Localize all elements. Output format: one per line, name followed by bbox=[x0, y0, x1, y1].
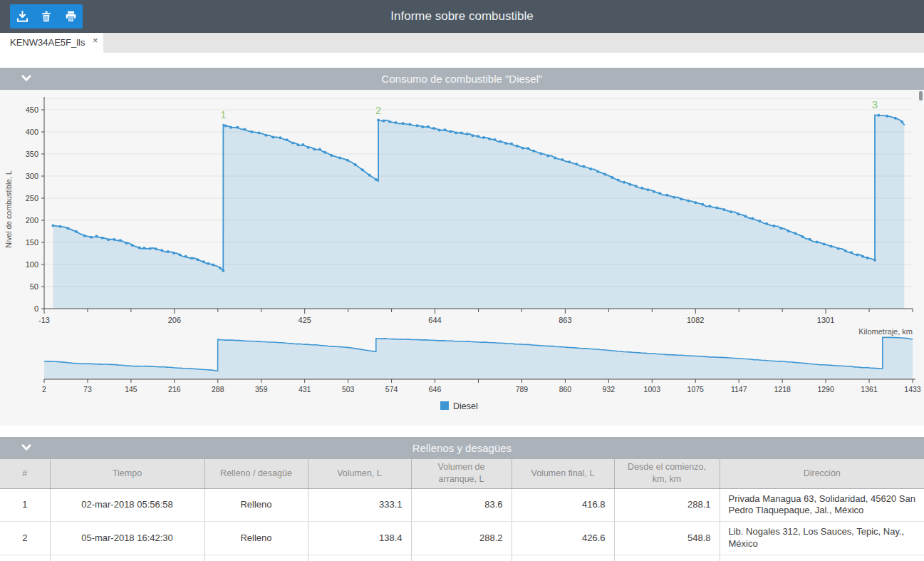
legend-label: Diesel bbox=[453, 401, 478, 411]
table-cell: Privada Managua 63, Solidaridad, 45620 S… bbox=[720, 488, 924, 522]
refills-table: #TiempoRelleno / desagüeVolumen, LVolume… bbox=[0, 459, 924, 561]
fuel-level-chart[interactable]: 050100150200250300350400450-132064256448… bbox=[0, 90, 924, 426]
table-cell: Chapala - Guadalajara 450, Jalisco, Méxi… bbox=[720, 555, 924, 561]
svg-text:0: 0 bbox=[34, 304, 38, 313]
report-tabstrip: KENW34AE5F_lls × bbox=[0, 33, 924, 53]
table-cell: 288.1 bbox=[614, 488, 720, 522]
svg-text:359: 359 bbox=[255, 385, 268, 393]
svg-text:250: 250 bbox=[26, 194, 38, 202]
svg-text:503: 503 bbox=[342, 385, 355, 393]
table-cell: Relleno bbox=[204, 522, 308, 555]
svg-text:Kilometraje, km: Kilometraje, km bbox=[858, 327, 913, 336]
svg-text:425: 425 bbox=[299, 316, 311, 324]
table-cell: 438.2 bbox=[512, 555, 614, 561]
column-header: Dirección bbox=[720, 459, 924, 488]
table-cell: 83.6 bbox=[411, 488, 512, 522]
table-cell: 426.6 bbox=[512, 522, 614, 555]
section-title-consumption: Consumo de combustible "Diesel" bbox=[0, 68, 924, 90]
table-cell: 333.1 bbox=[308, 488, 411, 522]
table-cell: 548.8 bbox=[614, 522, 720, 555]
table-cell: Relleno bbox=[204, 555, 308, 561]
table-cell: 08-mar-2018 20:27:31 bbox=[50, 555, 204, 561]
svg-text:145: 145 bbox=[125, 385, 137, 393]
svg-text:1003: 1003 bbox=[644, 385, 661, 393]
chevron-down-icon[interactable] bbox=[21, 75, 31, 82]
table-cell: 02-mar-2018 05:56:58 bbox=[50, 488, 204, 522]
tab-close-icon[interactable]: × bbox=[93, 31, 98, 51]
table-cell: 1383.5 bbox=[614, 555, 720, 561]
table-cell: 416.8 bbox=[512, 488, 614, 522]
svg-text:200: 200 bbox=[26, 216, 38, 225]
svg-text:150: 150 bbox=[26, 238, 38, 247]
svg-text:350: 350 bbox=[26, 150, 38, 158]
report-title-bar: Informe sobre combustible bbox=[0, 0, 924, 33]
tab-kenw34ae5f-lls[interactable]: KENW34AE5F_lls × bbox=[0, 33, 103, 53]
legend-swatch bbox=[440, 401, 449, 410]
svg-text:932: 932 bbox=[603, 385, 616, 393]
svg-text:1147: 1147 bbox=[731, 385, 747, 393]
table-cell: 2 bbox=[0, 522, 50, 555]
svg-text:206: 206 bbox=[168, 316, 181, 324]
page-title: Informe sobre combustible bbox=[0, 0, 924, 33]
table-header-row: #TiempoRelleno / desagüeVolumen, LVolume… bbox=[0, 459, 924, 488]
svg-text:863: 863 bbox=[559, 316, 571, 324]
table-cell: 05-mar-2018 16:42:30 bbox=[50, 522, 204, 555]
svg-text:2: 2 bbox=[42, 385, 46, 393]
svg-text:1290: 1290 bbox=[817, 385, 834, 393]
main-chart[interactable]: 050100150200250300350400450-132064256448… bbox=[4, 97, 913, 336]
column-header: Desde el comienzo, km, km bbox=[614, 459, 720, 488]
column-header: Volumen de arranque, L bbox=[411, 459, 512, 488]
column-header: Volumen, L bbox=[308, 459, 411, 488]
table-row[interactable]: 205-mar-2018 16:42:30Relleno138.4288.242… bbox=[0, 522, 924, 555]
table-cell: 328.1 bbox=[308, 555, 411, 561]
svg-text:50: 50 bbox=[30, 282, 38, 291]
svg-text:100: 100 bbox=[26, 260, 38, 269]
svg-text:Nivel de combustible, L: Nivel de combustible, L bbox=[4, 170, 13, 248]
svg-text:288: 288 bbox=[212, 385, 224, 393]
spacer bbox=[0, 426, 924, 437]
svg-text:73: 73 bbox=[83, 385, 92, 393]
svg-text:1361: 1361 bbox=[861, 385, 878, 393]
refill-marker-label: 1 bbox=[220, 108, 226, 120]
refill-marker-label: 2 bbox=[375, 104, 381, 116]
svg-text:644: 644 bbox=[428, 316, 441, 324]
svg-text:646: 646 bbox=[429, 385, 442, 393]
table-cell: Lib. Nogales 312, Los Sauces, Tepic, Nay… bbox=[720, 522, 924, 555]
table-cell: Relleno bbox=[204, 488, 308, 522]
refill-marker-label: 3 bbox=[872, 98, 878, 110]
svg-text:789: 789 bbox=[516, 385, 529, 393]
table-cell: 110.1 bbox=[411, 555, 512, 561]
svg-text:300: 300 bbox=[26, 172, 38, 180]
table-cell: 288.2 bbox=[411, 522, 512, 555]
table-row[interactable]: 308-mar-2018 20:27:31Relleno328.1110.143… bbox=[0, 555, 924, 561]
svg-text:860: 860 bbox=[559, 385, 572, 393]
svg-text:400: 400 bbox=[26, 128, 38, 136]
scrollbar-thumb[interactable] bbox=[919, 91, 923, 101]
chevron-down-icon[interactable] bbox=[21, 444, 31, 451]
svg-text:1082: 1082 bbox=[687, 316, 704, 324]
column-header: # bbox=[0, 459, 50, 488]
column-header: Tiempo bbox=[50, 459, 204, 488]
spacer bbox=[0, 53, 924, 68]
svg-text:431: 431 bbox=[299, 385, 311, 393]
table-cell: 1 bbox=[0, 488, 50, 522]
svg-text:1301: 1301 bbox=[817, 316, 834, 324]
svg-text:216: 216 bbox=[168, 385, 181, 393]
section-title-refills: Rellenos y desagües bbox=[0, 437, 924, 459]
fuel-chart-area: 050100150200250300350400450-132064256448… bbox=[0, 90, 924, 426]
table-row[interactable]: 102-mar-2018 05:56:58Relleno333.183.6416… bbox=[0, 488, 924, 522]
chart-legend: Diesel bbox=[440, 401, 478, 411]
svg-text:574: 574 bbox=[385, 385, 398, 393]
svg-text:1075: 1075 bbox=[687, 385, 705, 393]
column-header: Volumen final, L bbox=[512, 459, 614, 488]
table-cell: 138.4 bbox=[308, 522, 411, 555]
svg-text:-13: -13 bbox=[38, 316, 50, 324]
section-header-consumption[interactable]: Consumo de combustible "Diesel" bbox=[0, 68, 924, 90]
overview-chart[interactable]: 2731452162883594315035746467898609321003… bbox=[42, 337, 921, 393]
section-header-refills[interactable]: Rellenos y desagües bbox=[0, 437, 924, 459]
tab-label: KENW34AE5F_lls bbox=[10, 37, 85, 48]
table-cell: 3 bbox=[0, 555, 50, 561]
svg-text:1433: 1433 bbox=[904, 385, 921, 393]
svg-text:1218: 1218 bbox=[774, 385, 791, 393]
svg-text:450: 450 bbox=[26, 105, 38, 114]
